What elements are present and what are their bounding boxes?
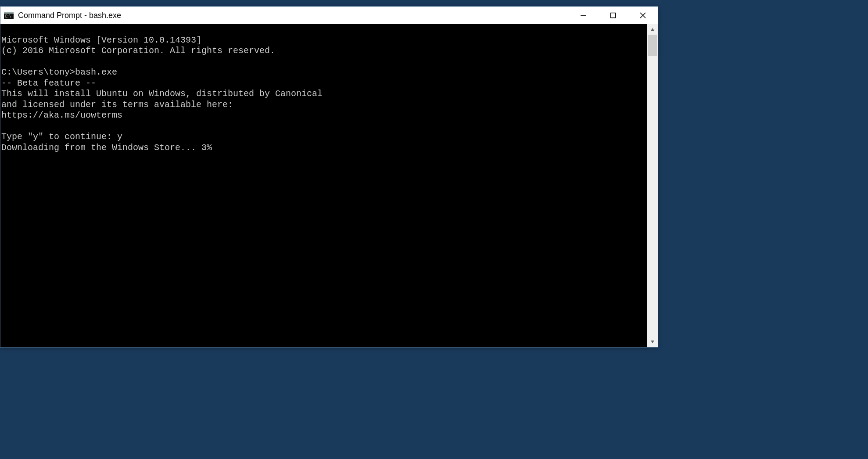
titlebar-left: C:\ Command Prompt - bash.exe [4, 11, 121, 20]
svg-rect-3 [581, 15, 586, 16]
terminal-line: (c) 2016 Microsoft Corporation. All righ… [1, 46, 275, 56]
svg-rect-0 [4, 12, 14, 14]
scroll-down-button[interactable] [647, 337, 658, 347]
client-area: Microsoft Windows [Version 10.0.14393] (… [0, 24, 658, 347]
terminal-line: Microsoft Windows [Version 10.0.14393] [1, 35, 201, 45]
close-button[interactable] [628, 7, 658, 24]
command-prompt-window: C:\ Command Prompt - bash.exe Microsoft … [0, 6, 658, 348]
svg-rect-4 [611, 13, 616, 18]
scroll-up-button[interactable] [647, 24, 658, 35]
vertical-scrollbar[interactable] [647, 24, 658, 347]
window-controls [568, 7, 658, 24]
terminal-line: -- Beta feature -- [1, 78, 96, 88]
scroll-thumb[interactable] [648, 35, 657, 56]
terminal-line: and licensed under its terms available h… [1, 100, 233, 110]
minimize-button[interactable] [568, 7, 598, 24]
terminal-line: https://aka.ms/uowterms [1, 110, 122, 120]
maximize-button[interactable] [598, 7, 628, 24]
window-title: Command Prompt - bash.exe [18, 11, 121, 20]
command-prompt-icon: C:\ [4, 11, 14, 20]
terminal-line: Downloading from the Windows Store... 3% [1, 143, 212, 153]
terminal-line: This will install Ubuntu on Windows, dis… [1, 89, 323, 99]
terminal-line: Type "y" to continue: y [1, 132, 122, 142]
terminal-output[interactable]: Microsoft Windows [Version 10.0.14393] (… [0, 24, 647, 347]
titlebar[interactable]: C:\ Command Prompt - bash.exe [0, 7, 658, 24]
svg-text:C:\: C:\ [5, 14, 11, 18]
scroll-track[interactable] [647, 35, 658, 337]
terminal-line: C:\Users\tony>bash.exe [1, 67, 117, 77]
